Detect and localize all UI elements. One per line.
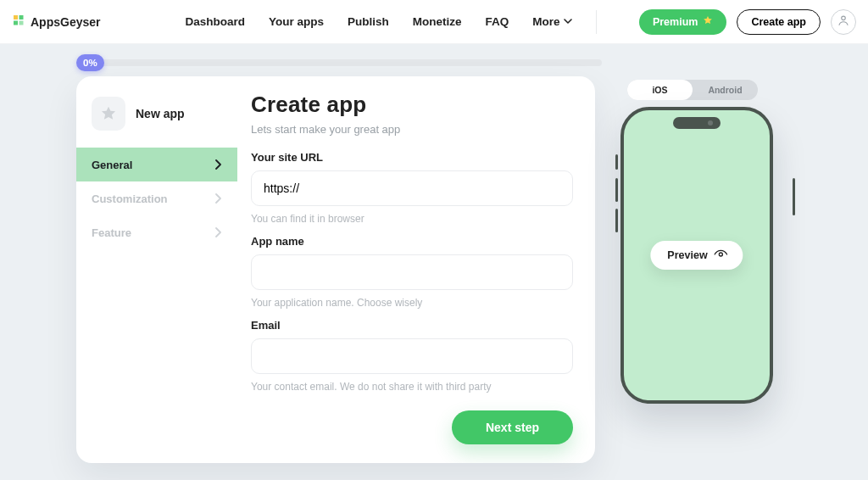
platform-switch: iOS Android xyxy=(627,80,758,100)
nav-divider xyxy=(596,10,597,34)
svg-point-5 xyxy=(720,253,723,256)
next-step-button[interactable]: Next step xyxy=(452,410,573,444)
preview-label: Preview xyxy=(667,249,707,261)
svg-rect-0 xyxy=(14,15,18,20)
sidebar-item-label: General xyxy=(92,159,132,171)
sidebar-item-feature: Feature xyxy=(76,215,237,249)
premium-button[interactable]: Premium xyxy=(639,9,727,35)
progress-row: 0% xyxy=(0,44,868,80)
phone-notch xyxy=(673,117,721,129)
header-actions: Premium Create app xyxy=(639,9,856,35)
svg-rect-1 xyxy=(19,15,24,20)
chevron-right-icon xyxy=(214,227,222,237)
brand-name: AppsGeyser xyxy=(31,15,100,29)
platform-ios[interactable]: iOS xyxy=(627,80,693,100)
url-hint: You can find it in browser xyxy=(251,213,573,225)
new-app-header: New app xyxy=(76,97,237,148)
svg-point-4 xyxy=(842,16,846,20)
chevron-down-icon xyxy=(564,15,572,28)
chevron-right-icon xyxy=(214,159,222,170)
platform-ios-label: iOS xyxy=(652,85,667,95)
phone-side-button xyxy=(793,178,795,215)
create-app-button[interactable]: Create app xyxy=(737,9,821,35)
nav-more[interactable]: More xyxy=(532,15,571,28)
email-label: Email xyxy=(251,319,573,332)
brand[interactable]: AppsGeyser xyxy=(12,14,100,30)
workspace: New app General Customization Feature xyxy=(76,76,851,480)
new-app-title: New app xyxy=(136,107,185,120)
chevron-right-icon xyxy=(214,193,222,204)
svg-rect-2 xyxy=(14,21,18,25)
star-icon xyxy=(703,15,713,28)
phone-side-button xyxy=(615,209,618,232)
sidebar-item-customization: Customization xyxy=(76,181,237,215)
builder-form: Create app Lets start make your great ap… xyxy=(237,76,595,463)
progress-value: 0% xyxy=(83,58,97,68)
progress-track xyxy=(78,59,602,66)
nav-faq[interactable]: FAQ xyxy=(486,15,509,28)
nav-your-apps[interactable]: Your apps xyxy=(269,15,324,28)
appname-input[interactable] xyxy=(251,254,573,290)
sidebar-steps: General Customization Feature xyxy=(76,148,237,249)
app-placeholder-icon xyxy=(92,97,125,131)
nav-publish[interactable]: Publish xyxy=(348,15,389,28)
app-header: AppsGeyser Dashboard Your apps Publish M… xyxy=(0,0,868,44)
sidebar-item-label: Customization xyxy=(92,193,168,205)
phone-side-button xyxy=(615,178,618,202)
svg-rect-3 xyxy=(19,21,24,25)
builder-sidebar: New app General Customization Feature xyxy=(76,76,237,463)
appname-hint: Your application name. Choose wisely xyxy=(251,297,573,309)
user-icon xyxy=(837,14,850,31)
nav-more-label: More xyxy=(532,15,559,28)
url-label: Your site URL xyxy=(251,151,573,164)
create-app-label: Create app xyxy=(751,16,806,28)
platform-android[interactable]: Android xyxy=(693,80,758,100)
brand-logo-icon xyxy=(12,14,25,30)
platform-android-label: Android xyxy=(708,85,742,95)
nav-monetize[interactable]: Monetize xyxy=(413,15,462,28)
page-title: Create app xyxy=(251,92,573,118)
phone-side-button xyxy=(615,154,618,170)
account-button[interactable] xyxy=(831,9,856,35)
progress-pill: 0% xyxy=(76,54,104,71)
premium-label: Premium xyxy=(653,16,698,28)
url-input[interactable] xyxy=(251,170,573,206)
eye-icon xyxy=(715,249,728,262)
email-input[interactable] xyxy=(251,338,573,374)
page-subtitle: Lets start make your great app xyxy=(251,123,573,136)
sidebar-item-general[interactable]: General xyxy=(76,148,237,181)
main-nav: Dashboard Your apps Publish Monetize FAQ… xyxy=(185,15,571,28)
appname-label: App name xyxy=(251,235,573,248)
preview-button[interactable]: Preview xyxy=(650,241,743,270)
email-hint: Your contact email. We do not share it w… xyxy=(251,381,573,393)
builder-card: New app General Customization Feature xyxy=(76,76,595,463)
phone-frame: Preview xyxy=(620,107,773,404)
sidebar-item-label: Feature xyxy=(92,226,131,239)
nav-dashboard[interactable]: Dashboard xyxy=(185,15,245,28)
next-step-label: Next step xyxy=(486,421,539,434)
